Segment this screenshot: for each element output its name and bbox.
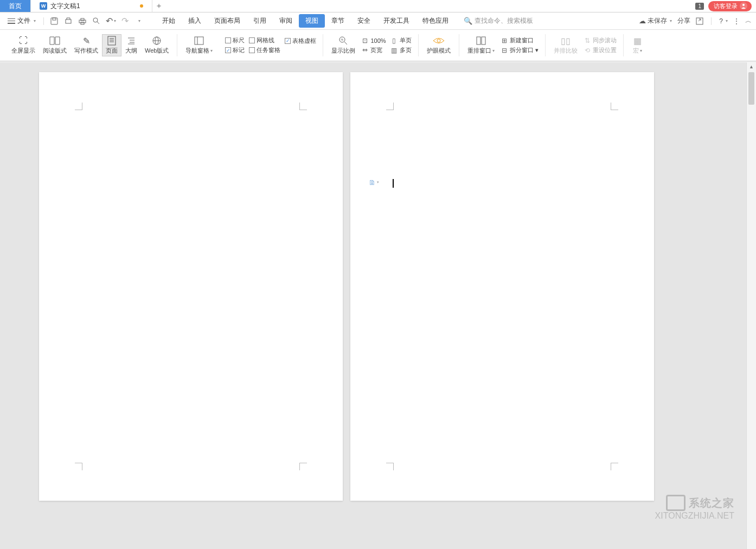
- ribbon-tab-view[interactable]: 视图: [299, 14, 325, 28]
- guest-login-button[interactable]: 访客登录: [708, 1, 752, 11]
- undo-icon[interactable]: ↶▾: [106, 17, 115, 25]
- read-layout-button[interactable]: 阅读版式: [39, 34, 71, 56]
- write-mode-label: 写作模式: [74, 47, 98, 55]
- multi-page-icon: ▥: [390, 47, 398, 54]
- margin-corner-icon: [75, 463, 82, 470]
- single-page-icon: ▯: [390, 37, 398, 44]
- avatar-icon: [740, 2, 747, 10]
- checkbox-checked-icon: ✓: [285, 38, 291, 44]
- single-page-button[interactable]: ▯单页: [390, 36, 412, 44]
- file-menu-button[interactable]: 文件 ▾: [4, 16, 39, 25]
- ribbon-tab-chapter[interactable]: 章节: [325, 14, 351, 28]
- text-cursor: [393, 179, 394, 188]
- table-dash-label: 表格虚框: [292, 37, 316, 45]
- outline-button[interactable]: 大纲: [121, 34, 141, 56]
- print-setup-icon[interactable]: [92, 17, 101, 25]
- eye-care-button[interactable]: 护眼模式: [423, 34, 454, 56]
- margin-corner-icon: [611, 103, 618, 110]
- ribbon-tab-devtools[interactable]: 开发工具: [377, 14, 416, 28]
- grid-label: 网格线: [257, 36, 274, 44]
- document-area[interactable]: 🗎▾: [0, 62, 746, 549]
- macro-label: 宏: [633, 47, 639, 55]
- svg-rect-20: [195, 37, 203, 44]
- write-mode-button[interactable]: ✎写作模式: [71, 34, 102, 56]
- multi-page-button[interactable]: ▥多页: [390, 46, 412, 54]
- scroll-up-icon[interactable]: ▲: [747, 62, 756, 71]
- marks-checkbox[interactable]: ✓标记: [225, 46, 245, 54]
- toolbar-right: ☁未保存▾ 分享 ?▾ ⋮ ︿: [639, 16, 752, 25]
- web-layout-button[interactable]: Web版式: [141, 34, 172, 56]
- ribbon-tab-insert[interactable]: 插入: [182, 14, 208, 28]
- print-preview-icon[interactable]: [64, 17, 73, 25]
- margin-corner-icon: [386, 103, 394, 110]
- eye-icon: [433, 36, 445, 46]
- nav-pane-button[interactable]: 导航窗格▾: [182, 34, 216, 56]
- svg-rect-25: [477, 37, 480, 44]
- tab-bar: 首页 W 文字文稿1 ＋ 1 访客登录: [0, 0, 756, 12]
- hundred-percent-button[interactable]: ⊡100%: [361, 37, 386, 44]
- svg-rect-26: [482, 37, 485, 44]
- margin-corner-icon: [299, 103, 307, 110]
- help-icon[interactable]: ?▾: [719, 17, 728, 25]
- multi-page-label: 多页: [400, 46, 412, 54]
- notification-badge[interactable]: 1: [695, 3, 704, 10]
- svg-point-24: [437, 39, 440, 42]
- sync-scroll-button: ⇅同步滚动: [584, 36, 617, 44]
- caret-down-icon: ▾: [34, 18, 36, 23]
- ruler-checkbox[interactable]: 标尺: [225, 36, 245, 44]
- outline-icon: [125, 36, 137, 46]
- document-page-2[interactable]: 🗎▾: [350, 72, 654, 501]
- scroll-thumb[interactable]: [748, 72, 754, 105]
- unsaved-button[interactable]: ☁未保存▾: [639, 16, 672, 25]
- ribbon-tab-start[interactable]: 开始: [156, 14, 182, 28]
- zoom-button[interactable]: %显示比例: [328, 34, 359, 56]
- split-window-button[interactable]: ⊟拆分窗口▾: [501, 46, 539, 54]
- sync-scroll-icon: ⇅: [584, 37, 591, 44]
- tab-home[interactable]: 首页: [0, 0, 31, 12]
- customize-qat-icon[interactable]: ▾: [134, 17, 143, 25]
- separator: [711, 17, 712, 25]
- paragraph-options-icon[interactable]: 🗎▾: [370, 178, 377, 186]
- checkbox-icon: [249, 47, 255, 53]
- collapse-ribbon-icon[interactable]: ︿: [745, 16, 752, 25]
- macro-button[interactable]: ▦宏▾: [628, 34, 648, 56]
- new-window-button[interactable]: ⊞新建窗口: [501, 36, 539, 44]
- document-page-1[interactable]: [39, 72, 343, 501]
- export-icon[interactable]: [696, 17, 703, 25]
- marks-label: 标记: [233, 46, 245, 54]
- tab-document[interactable]: W 文字文稿1: [31, 0, 152, 12]
- page-view-label: 页面: [106, 47, 118, 55]
- more-icon[interactable]: ⋮: [733, 17, 740, 25]
- share-button[interactable]: 分享: [677, 16, 690, 25]
- ribbon-tab-reference[interactable]: 引用: [247, 14, 273, 28]
- checkbox-icon: [249, 37, 255, 43]
- task-pane-checkbox[interactable]: 任务窗格: [249, 46, 280, 54]
- file-menu-label: 文件: [17, 16, 30, 25]
- side-by-side-icon: ▯▯: [560, 36, 572, 46]
- tab-doc-label: 文字文稿1: [50, 2, 80, 11]
- ribbon-tab-layout[interactable]: 页面布局: [208, 14, 247, 28]
- ribbon-tab-review[interactable]: 审阅: [273, 14, 299, 28]
- cloud-icon: ☁: [639, 17, 646, 25]
- print-icon[interactable]: [78, 17, 87, 25]
- command-search[interactable]: 🔍 查找命令、搜索模板: [464, 16, 533, 25]
- side-by-side-button[interactable]: ▯▯并排比较: [550, 34, 581, 56]
- word-doc-icon: W: [40, 2, 47, 10]
- page-view-button[interactable]: 页面: [102, 34, 121, 56]
- ruler-label: 标尺: [233, 36, 245, 44]
- ribbon-tab-special[interactable]: 特色应用: [416, 14, 455, 28]
- svg-rect-1: [51, 18, 57, 24]
- redo-icon[interactable]: ↷: [120, 17, 129, 25]
- zoom-icon: %: [337, 36, 349, 46]
- rearrange-button[interactable]: 重排窗口▾: [464, 34, 498, 56]
- page-width-button[interactable]: ⇔页宽: [361, 46, 386, 54]
- table-dash-checkbox[interactable]: ✓表格虚框: [285, 37, 316, 45]
- tab-add-button[interactable]: ＋: [152, 0, 165, 12]
- save-icon[interactable]: [50, 17, 59, 25]
- ribbon-tab-security[interactable]: 安全: [351, 14, 377, 28]
- nav-pane-label: 导航窗格: [185, 47, 209, 55]
- fullscreen-button[interactable]: ⛶全屏显示: [8, 34, 39, 56]
- globe-icon: [151, 36, 163, 46]
- grid-checkbox[interactable]: 网格线: [249, 36, 280, 44]
- vertical-scrollbar[interactable]: ▲: [746, 62, 756, 549]
